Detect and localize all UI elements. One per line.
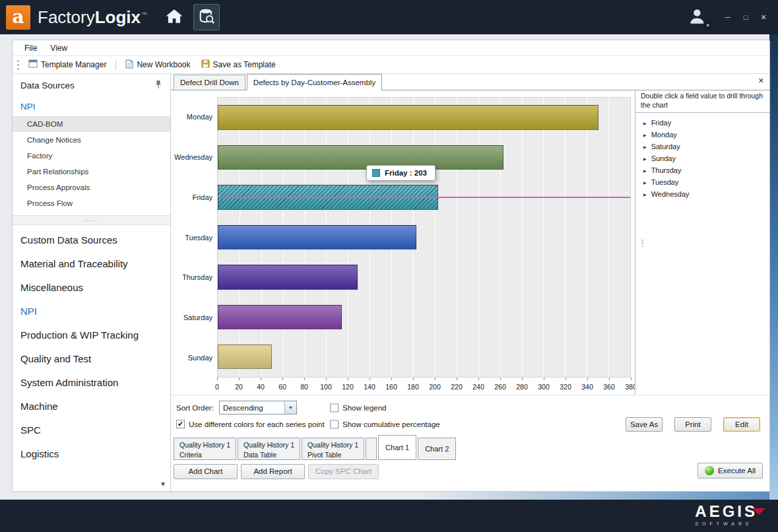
background-gradient-band: [769, 34, 778, 500]
x-tick-mark: [500, 378, 501, 380]
doc-tab-defect-drill-down[interactable]: Defect Drill Down: [174, 75, 245, 90]
wb-tab-pivot-table[interactable]: Quality History 1Pivot Table: [302, 438, 364, 460]
home-button[interactable]: [163, 6, 185, 28]
add-chart-button[interactable]: Add Chart: [174, 464, 238, 479]
chart-category-label-wednesday: Wednesday: [174, 137, 217, 178]
chart-tooltip-swatch: [372, 169, 380, 177]
maximize-button[interactable]: □: [739, 11, 752, 23]
chart-bar-monday[interactable]: [218, 105, 599, 129]
close-button[interactable]: ✕: [757, 11, 770, 23]
wb-tab-spacer[interactable]: [366, 438, 377, 460]
pin-icon[interactable]: [154, 80, 162, 91]
panel-grip-icon[interactable]: ⋮: [638, 240, 647, 246]
drill-item-sunday[interactable]: ▶Sunday: [635, 152, 769, 164]
drill-list: ▶Friday▶Monday▶Saturday▶Sunday▶Thursday▶…: [635, 113, 769, 204]
chart-bar-wednesday[interactable]: [218, 145, 503, 170]
wb-tab-chart-2[interactable]: Chart 2: [418, 438, 456, 460]
diff-colors-label: Use different colors for each series poi…: [189, 420, 325, 428]
drill-item-friday[interactable]: ▶Friday: [635, 117, 769, 129]
execute-all-button[interactable]: Execute All: [697, 463, 763, 479]
add-report-button[interactable]: Add Report: [241, 464, 305, 479]
chart-bar-row: [218, 297, 630, 337]
drill-item-label: Sunday: [651, 154, 676, 162]
wb-tab-criteria[interactable]: Quality History 1Criteria: [174, 438, 236, 460]
sidebar-category-miscellaneous[interactable]: Miscellaneous: [13, 275, 170, 299]
sidebar-category-quality-and-test[interactable]: Quality and Test: [13, 347, 170, 370]
wb-tab-chart-1[interactable]: Chart 1: [378, 435, 416, 460]
workbook-main-area: Defect Drill DownDefects by Day-Customer…: [171, 74, 769, 491]
checkbox-diff-colors[interactable]: ✔: [176, 420, 185, 428]
sidebar-item-change-notices[interactable]: Change Notices: [13, 132, 170, 148]
chart-bar-row: [218, 98, 630, 137]
sidebar-title: Data Sources: [20, 81, 75, 90]
sidebar-category-npi[interactable]: NPI: [13, 299, 170, 323]
drill-item-monday[interactable]: ▶Monday: [635, 129, 769, 141]
doc-tab-defects-by-day-customer-assembly[interactable]: Defects by Day-Customer-Assembly: [247, 74, 382, 90]
sidebar-splitter[interactable]: ......: [13, 215, 170, 225]
x-tick-label: 280: [516, 383, 528, 391]
chart-bar-row: [218, 337, 630, 377]
minimize-button[interactable]: ─: [721, 11, 734, 23]
chart-bar-thursday[interactable]: [218, 265, 358, 289]
x-tick-label: 360: [603, 383, 615, 391]
sidebar-item-factory[interactable]: Factory: [13, 148, 170, 164]
aegis-brand-text: AEGIS: [695, 504, 758, 519]
x-tick-label: 320: [560, 383, 571, 391]
edit-button[interactable]: Edit: [723, 417, 760, 432]
triangle-right-icon: ▶: [643, 192, 647, 197]
template-manager-button[interactable]: Template Manager: [23, 56, 112, 73]
wb-tab-subtitle: Criteria: [179, 450, 230, 460]
print-button[interactable]: Print: [674, 417, 711, 432]
new-workbook-button[interactable]: New Workbook: [120, 56, 195, 73]
menu-item-view[interactable]: View: [44, 40, 74, 55]
drill-item-label: Saturday: [651, 143, 680, 150]
save-as-template-button[interactable]: Save as Template: [196, 56, 281, 73]
sidebar-item-process-approvals[interactable]: Process Approvals: [13, 180, 170, 195]
copy-spc-chart-button[interactable]: Copy SPC Chart: [308, 464, 379, 479]
chart-tooltip-text: Friday : 203: [385, 169, 427, 177]
sidebar-category-logistics[interactable]: Logistics: [13, 442, 170, 465]
drill-item-thursday[interactable]: ▶Thursday: [635, 164, 769, 176]
chart-bar-sunday[interactable]: [218, 345, 272, 369]
save-as-button[interactable]: Save As: [626, 417, 663, 432]
wb-tab-data-table[interactable]: Quality History 1Data Table: [238, 438, 300, 460]
sidebar-category-material-and-traceability[interactable]: Material and Traceability: [13, 251, 170, 275]
checkbox-cumulative[interactable]: [330, 420, 339, 428]
chart-bar-saturday[interactable]: [218, 305, 342, 329]
sidebar-group-npi[interactable]: NPI: [13, 96, 170, 116]
chart-category-label-saturday: Saturday: [174, 298, 217, 338]
drill-item-tuesday[interactable]: ▶Tuesday: [635, 176, 769, 188]
sidebar-item-cad-bom[interactable]: CAD-BOM: [13, 116, 170, 132]
sidebar-category-machine[interactable]: Machine: [13, 394, 170, 418]
sidebar-item-process-flow[interactable]: Process Flow: [13, 195, 170, 211]
toolbar-grip-icon[interactable]: [17, 60, 19, 70]
drill-item-wednesday[interactable]: ▶Wednesday: [635, 188, 769, 200]
triangle-right-icon: ▶: [643, 180, 647, 185]
x-tick-label: 160: [385, 383, 397, 391]
execute-all-label: Execute All: [718, 467, 756, 475]
home-icon: [165, 8, 183, 26]
tab-close-icon[interactable]: ✕: [758, 77, 764, 85]
drill-item-label: Friday: [651, 119, 672, 127]
sort-order-select[interactable]: Descending ▼: [219, 401, 297, 415]
x-tick-label: 120: [342, 383, 354, 391]
sidebar-category-system-administration[interactable]: System Administration: [13, 370, 170, 394]
sidebar-category-production-wip-tracking[interactable]: Production & WIP Tracking: [13, 323, 170, 347]
wb-tab-subtitle: Pivot Table: [308, 450, 358, 460]
drill-item-saturday[interactable]: ▶Saturday: [635, 141, 769, 152]
sidebar-category-custom-data-sources[interactable]: Custom Data Sources: [13, 228, 170, 251]
logout-x-icon: ✕: [704, 22, 711, 29]
sidebar-category-spc[interactable]: SPC: [13, 418, 170, 442]
menu-item-file[interactable]: File: [18, 40, 44, 55]
sidebar-item-part-relationships[interactable]: Part Relationships: [13, 164, 170, 180]
drill-hint-text: Double click a field value to drill thro…: [635, 90, 769, 113]
combo-dropdown-icon[interactable]: ▼: [284, 401, 296, 414]
sidebar-scroll-down-icon[interactable]: ▾: [161, 479, 165, 488]
user-logout-button[interactable]: ✕: [687, 7, 709, 28]
chart-plot: Friday : 203: [217, 97, 631, 378]
chart-bar-tuesday[interactable]: [218, 225, 416, 249]
data-explorer-button[interactable]: [193, 4, 220, 30]
checkbox-show-legend[interactable]: [330, 403, 339, 412]
new-workbook-label: New Workbook: [137, 60, 190, 69]
x-tick-mark: [304, 378, 305, 380]
